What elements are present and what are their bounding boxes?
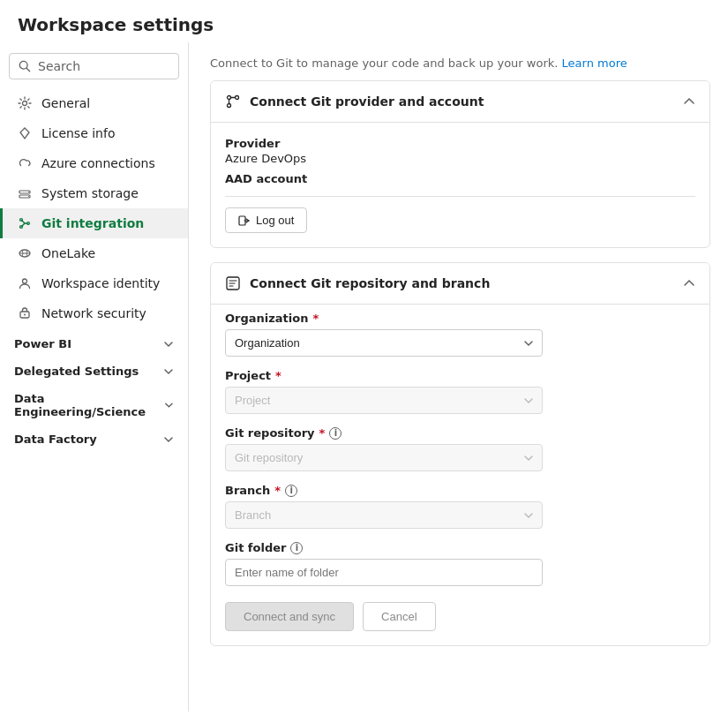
chevron-down-icon	[163, 339, 174, 350]
page-title: Workspace settings	[0, 0, 728, 42]
sidebar-section-delegated[interactable]: Delegated Settings	[0, 356, 188, 383]
branch-row: Branch * i Branch	[225, 484, 695, 529]
sidebar-item-license-info[interactable]: License info	[0, 118, 188, 148]
sidebar-item-network-security[interactable]: Network security	[0, 298, 188, 328]
branch-required: *	[274, 484, 281, 497]
svg-point-2	[23, 102, 27, 106]
sidebar-section-data-factory[interactable]: Data Factory	[0, 424, 188, 451]
sidebar: Search General License info	[0, 42, 189, 711]
git-icon	[17, 215, 33, 231]
sidebar-section-data-factory-label: Data Factory	[14, 433, 97, 446]
logout-label: Log out	[256, 214, 294, 227]
panel-divider	[225, 196, 695, 197]
provider-panel-header[interactable]: Connect Git provider and account	[211, 81, 709, 122]
sidebar-item-license-label: License info	[41, 126, 116, 140]
organization-select-wrapper: Organization	[225, 329, 543, 357]
git-folder-input[interactable]	[225, 559, 543, 586]
svg-point-6	[28, 196, 29, 197]
git-provider-icon	[225, 94, 241, 109]
project-row: Project * Project	[225, 369, 695, 414]
sidebar-section-power-bi[interactable]: Power BI	[0, 328, 188, 356]
project-select[interactable]: Project	[225, 387, 543, 414]
identity-icon	[17, 275, 33, 291]
provider-label: Provider	[225, 137, 695, 150]
provider-panel: Connect Git provider and account Provide…	[210, 80, 710, 248]
svg-point-14	[24, 314, 26, 316]
project-select-wrapper: Project	[225, 387, 543, 414]
git-repo-select[interactable]: Git repository	[225, 444, 543, 471]
collapse-icon	[683, 95, 695, 108]
storage-icon	[17, 185, 33, 201]
sidebar-item-onelake-label: OneLake	[41, 246, 95, 260]
logout-icon	[238, 214, 251, 227]
repo-panel: Connect Git repository and branch Organi…	[210, 262, 710, 646]
repo-panel-body: Organization * Organization Project *	[211, 304, 709, 645]
git-folder-label: Git folder i	[225, 541, 695, 554]
provider-value: Azure DevOps	[225, 152, 695, 165]
main-content: Connect to Git to manage your code and b…	[189, 42, 728, 711]
provider-panel-title: Connect Git provider and account	[250, 94, 484, 109]
sidebar-section-data-engineering[interactable]: Data Engineering/Science	[0, 383, 188, 424]
sidebar-section-data-engineering-label: Data Engineering/Science	[14, 392, 164, 418]
svg-line-1	[26, 68, 30, 72]
organization-row: Organization * Organization	[225, 312, 695, 357]
sidebar-section-power-bi-label: Power BI	[14, 337, 71, 350]
search-placeholder: Search	[38, 59, 80, 73]
onelake-icon	[17, 245, 33, 261]
gear-icon	[17, 95, 33, 111]
sidebar-item-git-label: Git integration	[41, 216, 144, 230]
logout-button[interactable]: Log out	[225, 207, 307, 233]
sidebar-item-identity-label: Workspace identity	[41, 276, 160, 290]
connect-sync-button[interactable]: Connect and sync	[225, 602, 354, 631]
aad-label: AAD account	[225, 172, 695, 185]
git-repo-select-wrapper: Git repository	[225, 444, 543, 471]
repo-info-icon[interactable]: i	[329, 427, 341, 440]
branch-info-icon[interactable]: i	[285, 485, 297, 497]
org-required: *	[312, 312, 319, 325]
search-box[interactable]: Search	[9, 53, 179, 79]
repo-panel-title: Connect Git repository and branch	[250, 276, 490, 290]
sidebar-item-git-integration[interactable]: Git integration	[0, 208, 188, 238]
main-subtitle: Connect to Git to manage your code and b…	[210, 42, 710, 80]
sidebar-section-delegated-label: Delegated Settings	[14, 365, 139, 378]
sidebar-item-storage-label: System storage	[41, 186, 139, 200]
repo-panel-header-left: Connect Git repository and branch	[225, 275, 490, 291]
svg-point-12	[23, 279, 27, 283]
chevron-down-icon	[163, 434, 174, 445]
action-buttons: Connect and sync Cancel	[225, 602, 695, 631]
learn-more-link[interactable]: Learn more	[562, 56, 627, 70]
cancel-button[interactable]: Cancel	[363, 602, 435, 631]
sidebar-item-workspace-identity[interactable]: Workspace identity	[0, 268, 188, 298]
svg-point-17	[236, 96, 239, 100]
branch-label: Branch * i	[225, 484, 695, 497]
folder-info-icon[interactable]: i	[290, 542, 303, 554]
search-icon	[19, 60, 31, 72]
sidebar-item-azure-connections[interactable]: Azure connections	[0, 148, 188, 178]
branch-select[interactable]: Branch	[225, 501, 543, 529]
svg-point-5	[28, 192, 29, 192]
provider-panel-header-left: Connect Git provider and account	[225, 94, 484, 109]
provider-panel-body: Provider Azure DevOps AAD account Log ou…	[211, 122, 709, 247]
branch-select-wrapper: Branch	[225, 501, 543, 529]
chevron-down-icon	[164, 400, 174, 410]
git-repo-label: Git repository * i	[225, 426, 695, 440]
cloud-icon	[17, 155, 33, 171]
collapse-icon-2	[683, 277, 695, 290]
project-label: Project *	[225, 369, 695, 382]
git-repo-row: Git repository * i Git repository	[225, 426, 695, 471]
sidebar-item-system-storage[interactable]: System storage	[0, 178, 188, 208]
diamond-icon	[17, 125, 33, 141]
organization-label: Organization *	[225, 312, 695, 325]
sidebar-item-general-label: General	[41, 96, 90, 110]
sidebar-item-azure-label: Azure connections	[41, 156, 155, 170]
git-folder-row: Git folder i	[225, 541, 695, 586]
sidebar-item-network-label: Network security	[41, 306, 146, 320]
repo-panel-header[interactable]: Connect Git repository and branch	[211, 263, 709, 304]
repo-required: *	[319, 426, 326, 440]
project-required: *	[275, 369, 281, 382]
chevron-down-icon	[163, 366, 174, 377]
organization-select[interactable]: Organization	[225, 329, 543, 357]
network-icon	[17, 305, 33, 321]
sidebar-item-onelake[interactable]: OneLake	[0, 238, 188, 268]
sidebar-item-general[interactable]: General	[0, 88, 188, 118]
